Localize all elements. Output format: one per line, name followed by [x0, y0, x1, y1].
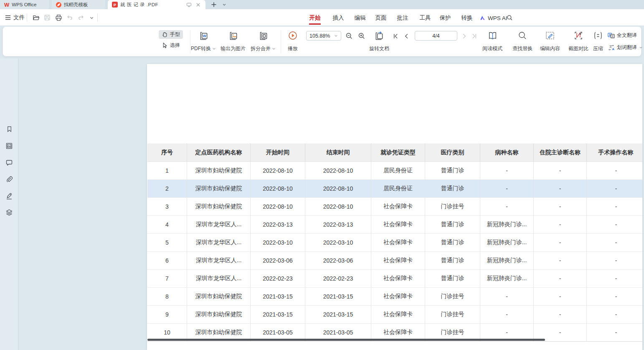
- tab-bar: W WPS Office 找稻壳模板 P 就 医 记 录 .PDF: [0, 0, 644, 9]
- table-cell: 2: [147, 180, 187, 198]
- previous-page-button[interactable]: [402, 31, 411, 41]
- menu-page[interactable]: 页面: [369, 13, 393, 23]
- menu-insert[interactable]: 插入: [327, 13, 350, 23]
- folder-open-icon: [33, 14, 40, 21]
- screenshot-compare-button[interactable]: 截图对比: [566, 31, 591, 52]
- docer-icon: [56, 2, 61, 8]
- tab-list-chevron-icon[interactable]: [221, 0, 228, 9]
- zoom-in-icon: [358, 32, 365, 40]
- tab-document-pdf[interactable]: P 就 医 记 录 .PDF: [108, 0, 205, 9]
- horizontal-scrollbar-thumb[interactable]: [147, 339, 545, 341]
- zoom-in-button[interactable]: [357, 31, 366, 41]
- table-cell: -: [534, 198, 587, 216]
- wps-ai-logo-icon: [479, 15, 486, 21]
- table-header-row: 序号定点医药机构名称开始时间结束时间就诊凭证类型医疗类别病种名称住院主诊断名称手…: [147, 143, 642, 162]
- split-merge-button[interactable]: 拆分合并: [249, 31, 277, 52]
- table-row: 5深圳市龙华区人...2022-03-102022-03-10社会保障卡普通门诊…: [147, 234, 642, 252]
- table-header-cell: 住院主诊断名称: [534, 143, 587, 162]
- attachments-panel-button[interactable]: [5, 175, 13, 184]
- signature-pen-icon: [5, 192, 13, 200]
- table-header-cell: 病种名称: [480, 143, 534, 162]
- word-translate-button[interactable]: 文 A 划词翻译: [608, 44, 643, 51]
- table-cell: 深圳市妇幼保健院: [187, 180, 251, 198]
- menu-comment[interactable]: 批注: [391, 13, 414, 23]
- table-cell: 新冠肺炎门诊...: [480, 216, 534, 234]
- redo-icon: [78, 14, 84, 21]
- zoom-select[interactable]: 105.88%: [306, 31, 341, 41]
- rotate-document-label: 旋转文档: [369, 45, 389, 52]
- read-mode-label: 阅读模式: [482, 45, 502, 52]
- last-page-button[interactable]: [470, 31, 478, 41]
- menu-edit[interactable]: 编辑: [348, 13, 372, 23]
- table-cell: 居民身份证: [371, 180, 425, 198]
- comments-panel-button[interactable]: [5, 158, 13, 167]
- first-page-button[interactable]: [391, 31, 400, 41]
- menu-protect[interactable]: 保护: [434, 13, 457, 23]
- tab-wps-home[interactable]: W WPS Office: [0, 0, 49, 9]
- divider: [97, 13, 98, 22]
- undo-button[interactable]: [65, 13, 74, 22]
- quick-access-chevron-icon[interactable]: [87, 13, 96, 22]
- table-cell: 4: [147, 216, 187, 234]
- split-merge-label: 拆分合并: [251, 45, 271, 52]
- layers-panel-button[interactable]: [5, 208, 13, 217]
- table-cell: -: [534, 162, 587, 180]
- first-page-icon: [393, 33, 399, 39]
- close-tab-icon[interactable]: [195, 1, 201, 8]
- page-number-input[interactable]: [415, 31, 457, 41]
- open-file-button[interactable]: [31, 13, 41, 22]
- last-page-icon: [471, 33, 477, 39]
- next-page-button[interactable]: [460, 31, 468, 41]
- bookmark-panel-button[interactable]: [5, 125, 13, 133]
- menu-search-icon[interactable]: [507, 15, 513, 21]
- hand-tool-button[interactable]: 手型: [159, 30, 183, 39]
- find-replace-button[interactable]: 查找替换: [510, 31, 535, 52]
- monitor-icon[interactable]: [185, 1, 192, 8]
- tab-docer-templates[interactable]: 找稻壳模板: [52, 0, 105, 9]
- menu-home[interactable]: 开始: [303, 13, 327, 23]
- table-cell: 3: [147, 198, 187, 216]
- print-button[interactable]: [54, 13, 63, 22]
- new-tab-button[interactable]: [209, 0, 219, 9]
- hamburger-icon: [5, 15, 11, 20]
- table-cell: 2022-03-10: [305, 234, 371, 252]
- edit-content-button[interactable]: 编辑内容: [538, 31, 563, 52]
- table-cell: 普通门诊: [425, 216, 480, 234]
- signature-panel-button[interactable]: [5, 192, 13, 200]
- thumbnails-panel-button[interactable]: [5, 142, 13, 150]
- table-row: 2深圳市妇幼保健院2022-08-102022-08-10居民身份证普通门诊--…: [147, 180, 642, 198]
- menu-wps-ai[interactable]: WPS AI: [479, 13, 507, 23]
- table-cell: 2021-03-15: [251, 288, 305, 306]
- select-tool-button[interactable]: 选择: [159, 41, 183, 50]
- compress-button[interactable]: 压缩: [589, 31, 607, 52]
- table-cell: 2022-08-10: [251, 198, 305, 216]
- table-cell: 新冠肺炎门诊...: [480, 252, 534, 270]
- play-button[interactable]: 播放: [284, 31, 302, 52]
- menu-convert[interactable]: 转换: [455, 13, 479, 23]
- save-button[interactable]: [43, 13, 52, 22]
- table-cell: 2021-03-15: [251, 306, 305, 324]
- full-text-translate-button[interactable]: A 文 全文翻译: [608, 32, 637, 39]
- export-as-image-button[interactable]: 输出为图片: [219, 31, 247, 52]
- pdf-convert-icon: W: [198, 31, 209, 41]
- read-mode-button[interactable]: 阅读模式: [482, 31, 503, 52]
- pdf-convert-button[interactable]: W PDF转换: [191, 31, 216, 52]
- undo-icon: [66, 14, 73, 21]
- table-cell: 社会保障卡: [371, 270, 425, 288]
- edit-content-icon: [545, 31, 555, 41]
- find-replace-label: 查找替换: [512, 45, 532, 52]
- screenshot-compare-icon: [573, 31, 583, 41]
- table-cell: -: [534, 234, 587, 252]
- rotate-document-button[interactable]: 旋转文档: [366, 31, 392, 52]
- table-cell: 深圳市妇幼保健院: [187, 198, 251, 216]
- redo-button[interactable]: [76, 13, 86, 22]
- word-translate-icon: 文 A: [608, 44, 615, 51]
- play-label: 播放: [288, 45, 298, 52]
- wps-logo-icon: W: [4, 2, 9, 8]
- file-menu-button[interactable]: 文件: [3, 13, 26, 23]
- wps-ai-label: WPS AI: [488, 15, 507, 21]
- table-row: 9深圳市妇幼保健院2021-03-152021-03-15社会保障卡门诊挂号--…: [147, 306, 642, 324]
- pdf-file-icon: P: [112, 2, 118, 8]
- table-cell: -: [587, 198, 642, 216]
- zoom-out-button[interactable]: [345, 31, 354, 41]
